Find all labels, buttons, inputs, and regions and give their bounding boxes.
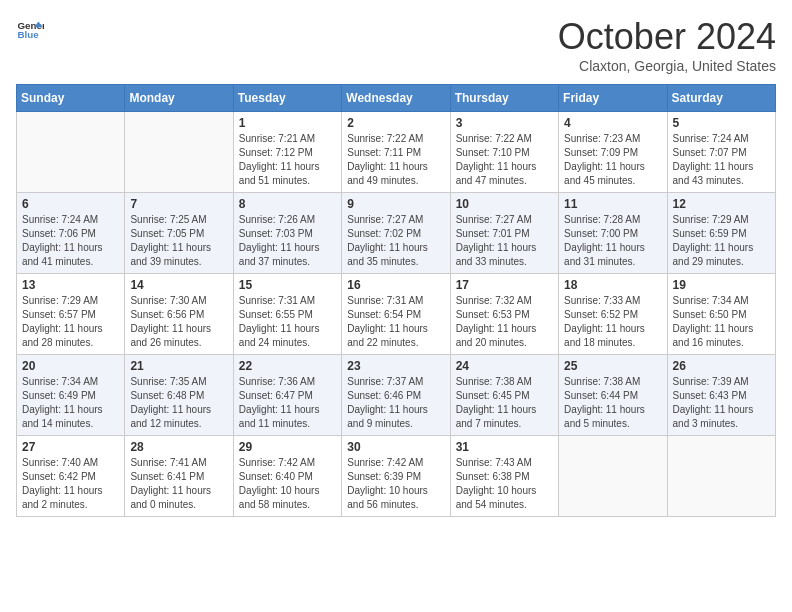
day-number: 22 — [239, 359, 336, 373]
calendar-cell-w4-d3: 22Sunrise: 7:36 AM Sunset: 6:47 PM Dayli… — [233, 355, 341, 436]
day-info: Sunrise: 7:22 AM Sunset: 7:11 PM Dayligh… — [347, 132, 444, 188]
day-info: Sunrise: 7:27 AM Sunset: 7:01 PM Dayligh… — [456, 213, 553, 269]
day-info: Sunrise: 7:28 AM Sunset: 7:00 PM Dayligh… — [564, 213, 661, 269]
calendar-cell-w5-d5: 31Sunrise: 7:43 AM Sunset: 6:38 PM Dayli… — [450, 436, 558, 517]
logo: General Blue — [16, 16, 44, 44]
day-number: 4 — [564, 116, 661, 130]
location: Claxton, Georgia, United States — [558, 58, 776, 74]
calendar-cell-w4-d2: 21Sunrise: 7:35 AM Sunset: 6:48 PM Dayli… — [125, 355, 233, 436]
day-info: Sunrise: 7:24 AM Sunset: 7:07 PM Dayligh… — [673, 132, 770, 188]
day-info: Sunrise: 7:29 AM Sunset: 6:57 PM Dayligh… — [22, 294, 119, 350]
calendar-cell-w4-d7: 26Sunrise: 7:39 AM Sunset: 6:43 PM Dayli… — [667, 355, 775, 436]
calendar-cell-w5-d2: 28Sunrise: 7:41 AM Sunset: 6:41 PM Dayli… — [125, 436, 233, 517]
week-row-2: 6Sunrise: 7:24 AM Sunset: 7:06 PM Daylig… — [17, 193, 776, 274]
calendar-cell-w3-d6: 18Sunrise: 7:33 AM Sunset: 6:52 PM Dayli… — [559, 274, 667, 355]
day-number: 27 — [22, 440, 119, 454]
day-info: Sunrise: 7:41 AM Sunset: 6:41 PM Dayligh… — [130, 456, 227, 512]
day-info: Sunrise: 7:24 AM Sunset: 7:06 PM Dayligh… — [22, 213, 119, 269]
day-info: Sunrise: 7:35 AM Sunset: 6:48 PM Dayligh… — [130, 375, 227, 431]
day-number: 5 — [673, 116, 770, 130]
calendar-cell-w3-d1: 13Sunrise: 7:29 AM Sunset: 6:57 PM Dayli… — [17, 274, 125, 355]
day-number: 28 — [130, 440, 227, 454]
day-info: Sunrise: 7:33 AM Sunset: 6:52 PM Dayligh… — [564, 294, 661, 350]
day-info: Sunrise: 7:30 AM Sunset: 6:56 PM Dayligh… — [130, 294, 227, 350]
day-info: Sunrise: 7:31 AM Sunset: 6:54 PM Dayligh… — [347, 294, 444, 350]
day-number: 18 — [564, 278, 661, 292]
calendar-cell-w5-d7 — [667, 436, 775, 517]
day-number: 2 — [347, 116, 444, 130]
calendar-cell-w3-d2: 14Sunrise: 7:30 AM Sunset: 6:56 PM Dayli… — [125, 274, 233, 355]
day-info: Sunrise: 7:43 AM Sunset: 6:38 PM Dayligh… — [456, 456, 553, 512]
day-info: Sunrise: 7:23 AM Sunset: 7:09 PM Dayligh… — [564, 132, 661, 188]
calendar-cell-w1-d1 — [17, 112, 125, 193]
header-wednesday: Wednesday — [342, 85, 450, 112]
calendar-cell-w4-d1: 20Sunrise: 7:34 AM Sunset: 6:49 PM Dayli… — [17, 355, 125, 436]
calendar-cell-w1-d3: 1Sunrise: 7:21 AM Sunset: 7:12 PM Daylig… — [233, 112, 341, 193]
calendar-cell-w1-d2 — [125, 112, 233, 193]
calendar-cell-w3-d5: 17Sunrise: 7:32 AM Sunset: 6:53 PM Dayli… — [450, 274, 558, 355]
day-number: 26 — [673, 359, 770, 373]
day-info: Sunrise: 7:31 AM Sunset: 6:55 PM Dayligh… — [239, 294, 336, 350]
day-number: 11 — [564, 197, 661, 211]
day-number: 10 — [456, 197, 553, 211]
calendar-cell-w5-d4: 30Sunrise: 7:42 AM Sunset: 6:39 PM Dayli… — [342, 436, 450, 517]
day-number: 31 — [456, 440, 553, 454]
calendar-cell-w3-d4: 16Sunrise: 7:31 AM Sunset: 6:54 PM Dayli… — [342, 274, 450, 355]
day-number: 1 — [239, 116, 336, 130]
calendar-cell-w3-d7: 19Sunrise: 7:34 AM Sunset: 6:50 PM Dayli… — [667, 274, 775, 355]
day-info: Sunrise: 7:42 AM Sunset: 6:39 PM Dayligh… — [347, 456, 444, 512]
header-thursday: Thursday — [450, 85, 558, 112]
day-info: Sunrise: 7:40 AM Sunset: 6:42 PM Dayligh… — [22, 456, 119, 512]
header-monday: Monday — [125, 85, 233, 112]
day-info: Sunrise: 7:27 AM Sunset: 7:02 PM Dayligh… — [347, 213, 444, 269]
day-number: 6 — [22, 197, 119, 211]
day-number: 29 — [239, 440, 336, 454]
day-number: 19 — [673, 278, 770, 292]
svg-text:Blue: Blue — [17, 29, 39, 40]
week-row-3: 13Sunrise: 7:29 AM Sunset: 6:57 PM Dayli… — [17, 274, 776, 355]
title-block: October 2024 Claxton, Georgia, United St… — [558, 16, 776, 74]
calendar-cell-w5-d6 — [559, 436, 667, 517]
calendar-header-row: Sunday Monday Tuesday Wednesday Thursday… — [17, 85, 776, 112]
day-number: 8 — [239, 197, 336, 211]
day-info: Sunrise: 7:22 AM Sunset: 7:10 PM Dayligh… — [456, 132, 553, 188]
day-info: Sunrise: 7:32 AM Sunset: 6:53 PM Dayligh… — [456, 294, 553, 350]
day-number: 23 — [347, 359, 444, 373]
month-title: October 2024 — [558, 16, 776, 58]
day-info: Sunrise: 7:38 AM Sunset: 6:44 PM Dayligh… — [564, 375, 661, 431]
day-number: 14 — [130, 278, 227, 292]
day-info: Sunrise: 7:29 AM Sunset: 6:59 PM Dayligh… — [673, 213, 770, 269]
day-info: Sunrise: 7:37 AM Sunset: 6:46 PM Dayligh… — [347, 375, 444, 431]
calendar-table: Sunday Monday Tuesday Wednesday Thursday… — [16, 84, 776, 517]
day-number: 25 — [564, 359, 661, 373]
day-info: Sunrise: 7:21 AM Sunset: 7:12 PM Dayligh… — [239, 132, 336, 188]
day-number: 21 — [130, 359, 227, 373]
day-info: Sunrise: 7:42 AM Sunset: 6:40 PM Dayligh… — [239, 456, 336, 512]
day-info: Sunrise: 7:25 AM Sunset: 7:05 PM Dayligh… — [130, 213, 227, 269]
day-number: 17 — [456, 278, 553, 292]
day-info: Sunrise: 7:38 AM Sunset: 6:45 PM Dayligh… — [456, 375, 553, 431]
calendar-cell-w5-d3: 29Sunrise: 7:42 AM Sunset: 6:40 PM Dayli… — [233, 436, 341, 517]
day-number: 7 — [130, 197, 227, 211]
calendar-cell-w4-d6: 25Sunrise: 7:38 AM Sunset: 6:44 PM Dayli… — [559, 355, 667, 436]
calendar-cell-w2-d3: 8Sunrise: 7:26 AM Sunset: 7:03 PM Daylig… — [233, 193, 341, 274]
header-tuesday: Tuesday — [233, 85, 341, 112]
day-number: 3 — [456, 116, 553, 130]
day-number: 12 — [673, 197, 770, 211]
day-number: 16 — [347, 278, 444, 292]
day-info: Sunrise: 7:36 AM Sunset: 6:47 PM Dayligh… — [239, 375, 336, 431]
day-info: Sunrise: 7:26 AM Sunset: 7:03 PM Dayligh… — [239, 213, 336, 269]
calendar-cell-w3-d3: 15Sunrise: 7:31 AM Sunset: 6:55 PM Dayli… — [233, 274, 341, 355]
calendar-cell-w4-d5: 24Sunrise: 7:38 AM Sunset: 6:45 PM Dayli… — [450, 355, 558, 436]
calendar-cell-w2-d7: 12Sunrise: 7:29 AM Sunset: 6:59 PM Dayli… — [667, 193, 775, 274]
day-number: 24 — [456, 359, 553, 373]
day-info: Sunrise: 7:34 AM Sunset: 6:49 PM Dayligh… — [22, 375, 119, 431]
day-info: Sunrise: 7:39 AM Sunset: 6:43 PM Dayligh… — [673, 375, 770, 431]
header-saturday: Saturday — [667, 85, 775, 112]
day-number: 30 — [347, 440, 444, 454]
calendar-cell-w1-d6: 4Sunrise: 7:23 AM Sunset: 7:09 PM Daylig… — [559, 112, 667, 193]
page-header: General Blue October 2024 Claxton, Georg… — [16, 16, 776, 74]
header-friday: Friday — [559, 85, 667, 112]
calendar-cell-w2-d4: 9Sunrise: 7:27 AM Sunset: 7:02 PM Daylig… — [342, 193, 450, 274]
calendar-cell-w1-d4: 2Sunrise: 7:22 AM Sunset: 7:11 PM Daylig… — [342, 112, 450, 193]
